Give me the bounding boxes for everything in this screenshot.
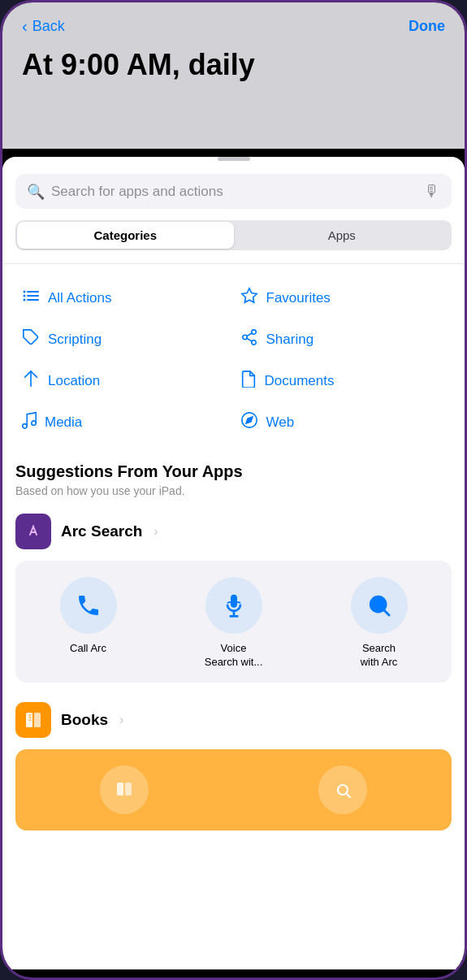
svg-rect-24 xyxy=(117,783,123,796)
arc-search-name: Arc Search xyxy=(61,523,142,540)
suggestions-section: Suggestions From Your Apps Based on how … xyxy=(2,462,465,830)
category-location-label: Location xyxy=(48,373,100,389)
category-media-label: Media xyxy=(45,414,82,431)
header-area: ‹ Back Done At 9:00 AM, daily xyxy=(2,2,465,149)
action-call-arc[interactable]: Call Arc xyxy=(48,577,129,656)
star-icon xyxy=(240,287,258,309)
arc-app-icon xyxy=(15,514,51,549)
drag-handle xyxy=(218,157,250,161)
call-arc-label: Call Arc xyxy=(70,642,106,656)
search-placeholder: Search for apps and actions xyxy=(51,184,417,200)
action-search-with-arc[interactable]: Searchwith Arc xyxy=(339,577,420,670)
tag-icon xyxy=(22,328,40,350)
svg-line-11 xyxy=(31,371,37,377)
category-documents-label: Documents xyxy=(265,373,335,389)
category-location[interactable]: Location xyxy=(15,360,234,401)
arc-search-chevron-icon: › xyxy=(154,524,158,539)
back-label: Back xyxy=(32,18,65,35)
svg-line-21 xyxy=(384,610,389,615)
books-chevron-icon: › xyxy=(119,713,123,727)
category-favourites[interactable]: Favourites xyxy=(234,277,452,319)
arc-search-actions: Call Arc VoiceSearch wit... xyxy=(15,561,452,683)
category-sharing-label: Sharing xyxy=(266,332,314,348)
search-icon: 🔍 xyxy=(27,183,45,201)
compass-icon xyxy=(240,411,258,433)
category-all-actions-label: All Actions xyxy=(48,290,111,306)
books-action-2[interactable] xyxy=(318,765,367,814)
category-web[interactable]: Web xyxy=(234,401,452,443)
category-sharing[interactable]: Sharing xyxy=(234,319,452,360)
category-scripting-label: Scripting xyxy=(48,332,102,348)
divider xyxy=(2,263,465,264)
svg-line-27 xyxy=(347,794,350,797)
nav-row: ‹ Back Done xyxy=(22,17,445,36)
share-icon xyxy=(240,328,258,350)
page-title: At 9:00 AM, daily xyxy=(22,49,445,81)
back-chevron-icon: ‹ xyxy=(22,17,28,36)
svg-line-13 xyxy=(25,371,31,377)
search-bar[interactable]: 🔍 Search for apps and actions 🎙 xyxy=(15,174,452,209)
suggestions-subtitle: Based on how you use your iPad. xyxy=(15,484,452,497)
svg-marker-6 xyxy=(241,288,256,302)
segment-control: Categories Apps xyxy=(15,220,452,250)
microphone-icon[interactable]: 🎙 xyxy=(424,182,440,201)
category-media[interactable]: Media xyxy=(15,401,234,443)
svg-point-26 xyxy=(338,785,348,795)
svg-rect-17 xyxy=(231,595,237,608)
books-app-icon xyxy=(15,702,51,738)
segment-apps[interactable]: Apps xyxy=(234,222,451,249)
back-button[interactable]: ‹ Back xyxy=(22,17,65,36)
bottom-sheet: 🔍 Search for apps and actions 🎙 Categori… xyxy=(2,157,465,969)
suggestions-title: Suggestions From Your Apps xyxy=(15,462,452,481)
svg-marker-16 xyxy=(246,417,253,423)
segment-categories[interactable]: Categories xyxy=(17,222,234,249)
category-favourites-label: Favourites xyxy=(266,290,331,306)
search-with-arc-circle xyxy=(351,577,408,634)
category-web-label: Web xyxy=(266,414,295,431)
svg-point-4 xyxy=(24,295,26,297)
app-row-books[interactable]: Books › xyxy=(15,702,452,738)
action-voice-search[interactable]: VoiceSearch wit... xyxy=(193,577,275,670)
categories-grid: All Actions Favourites xyxy=(2,277,465,443)
call-arc-circle xyxy=(60,577,117,634)
voice-search-circle xyxy=(205,577,262,634)
books-action-1[interactable] xyxy=(100,765,149,814)
search-with-arc-label: Searchwith Arc xyxy=(361,642,398,670)
location-icon xyxy=(22,370,40,392)
svg-point-9 xyxy=(242,335,247,340)
category-all-actions[interactable]: All Actions xyxy=(15,277,234,319)
svg-rect-23 xyxy=(34,713,41,727)
books-actions xyxy=(15,749,452,830)
device-frame: ‹ Back Done At 9:00 AM, daily 🔍 Search f… xyxy=(0,0,467,980)
svg-rect-25 xyxy=(125,783,132,796)
voice-search-label: VoiceSearch wit... xyxy=(205,642,263,670)
category-scripting[interactable]: Scripting xyxy=(15,319,234,360)
svg-point-10 xyxy=(251,340,256,345)
app-row-arc-search[interactable]: Arc Search › xyxy=(15,514,452,549)
doc-icon xyxy=(240,370,257,392)
svg-point-8 xyxy=(251,330,256,335)
books-name: Books xyxy=(61,711,108,729)
list-icon xyxy=(22,287,40,309)
svg-point-5 xyxy=(24,299,26,301)
category-documents[interactable]: Documents xyxy=(234,360,452,401)
done-button[interactable]: Done xyxy=(409,18,445,35)
svg-point-3 xyxy=(24,291,26,293)
music-icon xyxy=(22,411,37,433)
